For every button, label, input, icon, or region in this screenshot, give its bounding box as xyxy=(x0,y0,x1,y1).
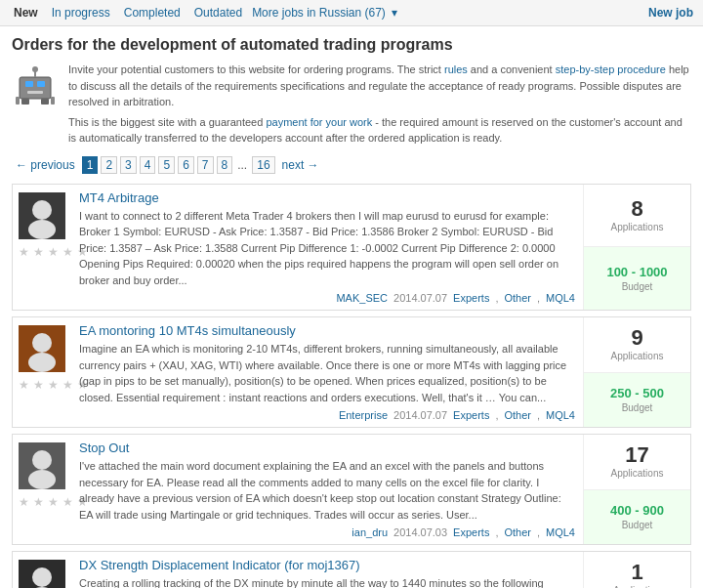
budget-stat: 250 - 500 Budget xyxy=(584,373,690,428)
page-1[interactable]: 1 xyxy=(82,156,99,174)
star-rating: ★★★★★ xyxy=(19,495,65,509)
star-icon: ★ xyxy=(19,245,29,259)
budget-range: 100 - 1000 xyxy=(606,265,667,279)
applications-count: 17 xyxy=(625,444,648,466)
page-8[interactable]: 8 xyxy=(217,156,233,174)
job-description: I've attached the main word document exp… xyxy=(79,458,575,523)
star-rating: ★★★★★ xyxy=(19,245,65,259)
svg-rect-8 xyxy=(21,99,29,105)
job-stats: 17 Applications 400 - 900 Budget xyxy=(583,435,690,544)
job-date: 2014.07.07 xyxy=(393,409,447,421)
page-last[interactable]: 16 xyxy=(252,156,274,174)
svg-rect-6 xyxy=(16,97,20,105)
star-icon: ★ xyxy=(48,495,59,509)
job-list: ★★★★★ MT4 Arbitrage I want to connect to… xyxy=(12,184,691,589)
budget-stat: 100 - 1000 Budget xyxy=(584,247,690,310)
job-title[interactable]: Stop Out xyxy=(79,441,129,455)
tab-outdated[interactable]: Outdated xyxy=(190,4,246,21)
tab-new[interactable]: New xyxy=(10,4,42,21)
tab-completed[interactable]: Completed xyxy=(120,4,185,21)
star-rating: ★★★★★ xyxy=(19,378,65,392)
page-5[interactable]: 5 xyxy=(158,156,175,174)
job-item: ★★★★★ MT4 Arbitrage I want to connect to… xyxy=(12,184,691,312)
job-author[interactable]: Enterprise xyxy=(339,409,388,421)
info-icon xyxy=(12,62,59,108)
star-icon: ★ xyxy=(19,495,29,509)
job-avatar: ★★★★★ xyxy=(13,552,71,588)
job-avatar: ★★★★★ xyxy=(13,435,71,544)
job-title[interactable]: DX Strength Displacement Indicator (for … xyxy=(79,558,360,572)
star-icon: ★ xyxy=(19,378,29,392)
job-meta: Enterprise 2014.07.07 Experts, Other, MQ… xyxy=(79,409,575,421)
page-title: Orders for the development of automated … xyxy=(12,36,691,54)
tab-in-progress[interactable]: In progress xyxy=(48,4,114,21)
job-main: EA montoring 10 MT4s simultaneously Imag… xyxy=(71,317,583,427)
job-date: 2014.07.03 xyxy=(393,526,447,538)
budget-label: Budget xyxy=(622,281,653,292)
pagination: ← previous 1 2 3 4 5 6 7 8 ... 16 next → xyxy=(12,156,691,174)
job-tag[interactable]: Other xyxy=(504,526,531,538)
job-tag[interactable]: MQL4 xyxy=(546,292,575,304)
svg-point-12 xyxy=(28,220,56,239)
job-tag[interactable]: Other xyxy=(504,409,531,421)
job-main: Stop Out I've attached the main word doc… xyxy=(71,435,583,544)
nav-tabs: New In progress Completed Outdated More … xyxy=(10,4,397,21)
svg-rect-1 xyxy=(25,81,33,87)
next-page[interactable]: next → xyxy=(278,157,323,173)
job-date: 2014.07.07 xyxy=(393,292,447,304)
job-tag[interactable]: Experts xyxy=(453,292,489,304)
applications-count: 1 xyxy=(631,562,642,583)
job-tag[interactable]: Other xyxy=(504,292,531,304)
svg-rect-3 xyxy=(27,91,43,94)
svg-rect-9 xyxy=(41,99,49,105)
svg-point-5 xyxy=(32,66,38,72)
job-title[interactable]: EA montoring 10 MT4s simultaneously xyxy=(79,323,296,338)
page-2[interactable]: 2 xyxy=(101,156,117,174)
prev-page[interactable]: ← previous xyxy=(12,157,79,173)
svg-rect-2 xyxy=(37,81,45,87)
job-description: I want to connect to 2 different Meta Tr… xyxy=(79,208,575,289)
job-avatar: ★★★★★ xyxy=(13,185,71,311)
star-icon: ★ xyxy=(33,378,44,392)
page-7[interactable]: 7 xyxy=(197,156,214,174)
page-6[interactable]: 6 xyxy=(178,156,194,174)
budget-range: 250 - 500 xyxy=(610,386,664,400)
page-3[interactable]: 3 xyxy=(120,156,137,174)
job-item: ★★★★★ DX Strength Displacement Indicator… xyxy=(12,551,691,588)
pagination-dots: ... xyxy=(235,158,249,172)
job-stats: 1 Application < 350 Budget xyxy=(583,552,690,588)
star-icon: ★ xyxy=(33,495,44,509)
applications-stat: 1 Application xyxy=(584,552,690,588)
new-job-button[interactable]: New job xyxy=(648,6,693,20)
payment-link[interactable]: payment for your work xyxy=(266,116,372,128)
job-meta: MAK_SEC 2014.07.07 Experts, Other, MQL4 xyxy=(79,292,575,304)
dropdown-icon[interactable]: ▾ xyxy=(392,6,397,20)
job-author[interactable]: MAK_SEC xyxy=(336,292,388,304)
more-jobs-link[interactable]: More jobs in Russian (67) xyxy=(252,6,386,20)
job-description: Imagine an EA which is monitoring 2-10 M… xyxy=(79,341,575,405)
applications-stat: 17 Applications xyxy=(584,435,690,490)
job-tag[interactable]: Experts xyxy=(453,409,489,421)
budget-label: Budget xyxy=(622,520,653,530)
job-tag[interactable]: Experts xyxy=(453,526,489,538)
job-title[interactable]: MT4 Arbitrage xyxy=(79,190,159,205)
job-main: MT4 Arbitrage I want to connect to 2 dif… xyxy=(71,185,583,311)
svg-point-15 xyxy=(28,353,56,372)
info-text: Invite your potential customers to this … xyxy=(68,62,691,147)
info-box: Invite your potential customers to this … xyxy=(12,62,691,147)
applications-count: 9 xyxy=(631,327,642,349)
main-content: Orders for the development of automated … xyxy=(0,26,703,588)
rules-link[interactable]: rules xyxy=(444,63,468,75)
job-main: DX Strength Displacement Indicator (for … xyxy=(71,552,583,588)
job-tag[interactable]: MQL4 xyxy=(546,409,575,421)
svg-point-17 xyxy=(32,450,52,470)
page-4[interactable]: 4 xyxy=(140,156,156,174)
job-author[interactable]: ian_dru xyxy=(352,526,388,538)
svg-point-20 xyxy=(32,567,52,587)
procedure-link[interactable]: step-by-step procedure xyxy=(556,63,666,75)
star-icon: ★ xyxy=(48,378,59,392)
job-item: ★★★★★ Stop Out I've attached the main wo… xyxy=(12,434,691,545)
applications-label: Applications xyxy=(611,222,664,232)
job-description: Creating a rolling tracking of the DX mi… xyxy=(79,575,575,588)
job-tag[interactable]: MQL4 xyxy=(546,526,575,538)
